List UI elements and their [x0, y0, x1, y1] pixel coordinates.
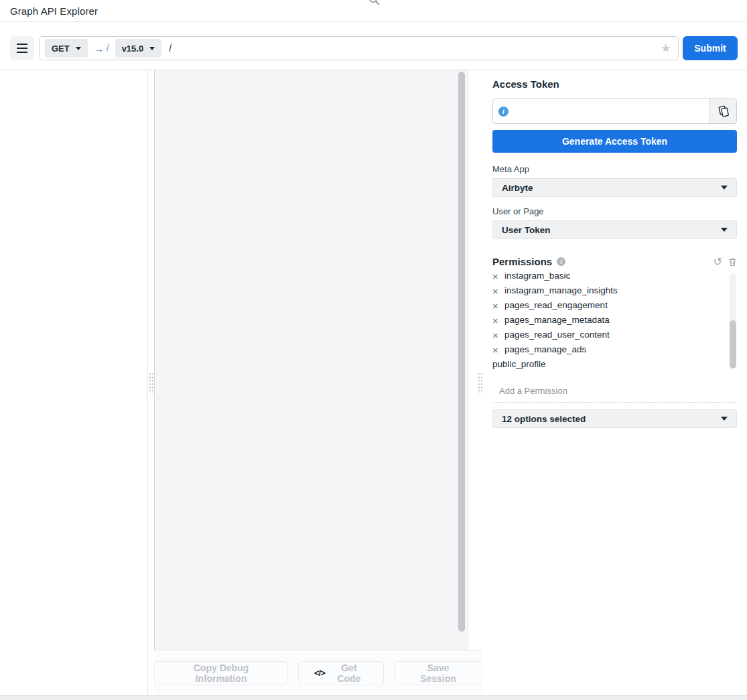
session-footer: Copy Debug Information </> Get Code Save…	[154, 650, 482, 695]
undo-icon[interactable]: ↺	[714, 257, 722, 267]
remove-permission-icon[interactable]: ×	[492, 316, 501, 326]
version-dropdown[interactable]: v15.0	[115, 39, 162, 58]
chevron-down-icon	[149, 47, 155, 50]
remove-permission-icon[interactable]: ×	[492, 272, 501, 281]
version-label: v15.0	[122, 44, 144, 54]
search-icon[interactable]	[368, 0, 380, 5]
permission-item: × pages_read_engagement	[492, 298, 721, 313]
options-selected-count: 12 options selected	[502, 414, 586, 424]
permissions-heading: Permissions	[492, 256, 552, 267]
add-permission-input[interactable]	[492, 382, 737, 403]
response-column: Copy Debug Information </> Get Code Save…	[154, 70, 482, 695]
permissions-list: × instagram_basic × instagram_manage_ins…	[492, 272, 737, 373]
permission-options-select[interactable]: 12 options selected	[492, 409, 737, 428]
arrow-right-icon: →	[94, 43, 104, 54]
page-title: Graph API Explorer	[10, 5, 98, 17]
access-token-pane: Access Token i Generate Access Token	[482, 70, 747, 695]
permission-item: public_profile	[492, 357, 721, 372]
access-token-heading: Access Token	[492, 78, 737, 90]
meta-app-value: Airbyte	[502, 183, 533, 193]
copy-icon	[717, 104, 730, 118]
generate-access-token-button[interactable]: Generate Access Token	[492, 130, 737, 153]
method-dropdown[interactable]: GET	[45, 39, 88, 58]
request-toolbar: GET → / v15.0 / ★ Submit	[0, 23, 747, 70]
info-icon[interactable]: i	[498, 107, 508, 117]
user-or-page-value: User Token	[502, 225, 551, 235]
permission-item: × instagram_manage_insights	[492, 283, 721, 298]
trash-icon[interactable]	[728, 257, 737, 267]
copy-token-button[interactable]	[709, 99, 736, 123]
meta-app-label: Meta App	[492, 164, 737, 174]
token-input-wrap: i	[493, 99, 709, 123]
access-token-input[interactable]	[514, 107, 704, 117]
path-root-slash: /	[169, 43, 172, 54]
user-or-page-label: User or Page	[492, 206, 737, 216]
permission-item: × instagram_basic	[492, 272, 721, 283]
query-fields-pane	[0, 70, 148, 695]
remove-permission-icon[interactable]: ×	[492, 345, 501, 355]
permissions-header: Permissions i ↺	[492, 256, 737, 267]
path-slash: /	[107, 43, 109, 54]
bottom-edge	[0, 695, 747, 700]
chevron-down-icon	[721, 186, 728, 190]
right-resize-handle[interactable]	[478, 372, 482, 394]
copy-debug-button[interactable]: Copy Debug Information	[154, 661, 288, 685]
remove-permission-icon[interactable]: ×	[492, 330, 501, 340]
method-label: GET	[52, 44, 70, 54]
path-input[interactable]	[178, 38, 655, 58]
code-icon: </>	[314, 668, 325, 678]
save-session-button[interactable]: Save Session	[394, 661, 482, 685]
info-icon: i	[557, 257, 565, 266]
permission-item: × pages_manage_metadata	[492, 313, 721, 328]
remove-permission-icon[interactable]: ×	[492, 286, 501, 296]
hamburger-icon	[17, 44, 27, 45]
remove-permission-icon[interactable]: ×	[492, 301, 501, 311]
graph-api-explorer-page: Graph API Explorer GET → / v15.0 / ★ Sub…	[0, 0, 747, 700]
permission-item: × pages_manage_ads	[492, 342, 721, 357]
chevron-down-icon	[76, 47, 81, 50]
response-pane	[154, 70, 469, 650]
meta-app-select[interactable]: Airbyte	[492, 178, 737, 197]
chevron-down-icon	[721, 228, 728, 232]
star-icon[interactable]: ★	[661, 42, 673, 54]
main-area: Copy Debug Information </> Get Code Save…	[0, 70, 747, 695]
submit-button[interactable]: Submit	[683, 36, 738, 60]
access-token-row: i	[492, 98, 737, 124]
app-header: Graph API Explorer	[0, 0, 747, 22]
permissions-scrollbar-thumb[interactable]	[730, 320, 736, 368]
request-url-bar: GET → / v15.0 / ★	[39, 36, 679, 60]
chevron-down-icon	[721, 417, 728, 421]
user-or-page-select[interactable]: User Token	[492, 220, 737, 239]
response-scrollbar[interactable]	[458, 72, 465, 632]
get-code-button[interactable]: </> Get Code	[298, 661, 384, 685]
left-resize-handle[interactable]	[149, 372, 153, 394]
menu-button[interactable]	[10, 36, 34, 60]
permission-item: × pages_read_user_content	[492, 328, 721, 342]
